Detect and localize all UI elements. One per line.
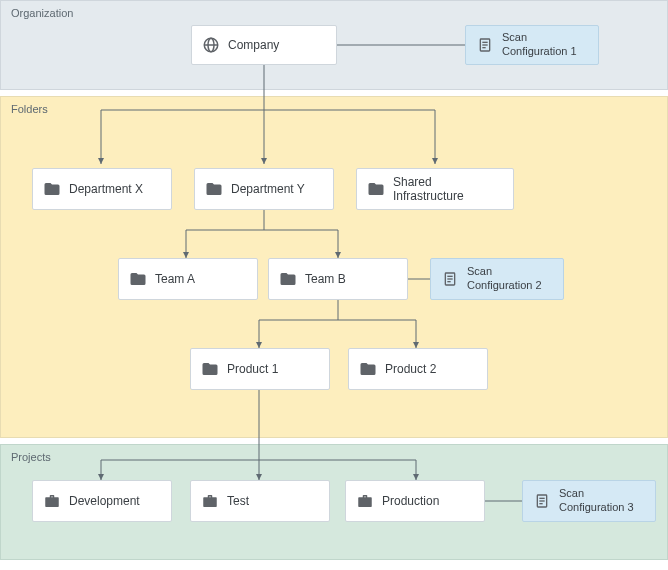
document-icon	[533, 492, 551, 510]
folder-product-1: Product 1	[190, 348, 330, 390]
organization-label: Organization	[11, 7, 73, 19]
team-a-label: Team A	[155, 272, 195, 286]
folder-icon	[129, 270, 147, 288]
document-icon	[441, 270, 459, 288]
company-label: Company	[228, 38, 279, 52]
briefcase-icon	[201, 492, 219, 510]
folder-team-a: Team A	[118, 258, 258, 300]
scan-config-3: Scan Configuration 3	[522, 480, 656, 522]
scan1-line1: Scan	[502, 31, 577, 45]
product-2-label: Product 2	[385, 362, 436, 376]
folders-label: Folders	[11, 103, 48, 115]
prod-label: Production	[382, 494, 439, 508]
scan3-line2: Configuration 3	[559, 501, 634, 515]
scan3-line1: Scan	[559, 487, 634, 501]
dept-y-label: Department Y	[231, 182, 305, 196]
scan2-line1: Scan	[467, 265, 542, 279]
scan-config-2: Scan Configuration 2	[430, 258, 564, 300]
folder-icon	[201, 360, 219, 378]
folder-icon	[359, 360, 377, 378]
team-b-label: Team B	[305, 272, 346, 286]
dept-x-label: Department X	[69, 182, 143, 196]
folder-product-2: Product 2	[348, 348, 488, 390]
project-production: Production	[345, 480, 485, 522]
dev-label: Development	[69, 494, 140, 508]
hierarchy-diagram: Organization Folders Projects	[0, 0, 668, 570]
product-1-label: Product 1	[227, 362, 278, 376]
shared-infra-label: Shared Infrastructure	[393, 175, 503, 203]
folder-dept-x: Department X	[32, 168, 172, 210]
folder-icon	[205, 180, 223, 198]
folder-icon	[367, 180, 385, 198]
folder-shared-infra: Shared Infrastructure	[356, 168, 514, 210]
scan2-line2: Configuration 2	[467, 279, 542, 293]
briefcase-icon	[43, 492, 61, 510]
folder-dept-y: Department Y	[194, 168, 334, 210]
scan1-line2: Configuration 1	[502, 45, 577, 59]
test-label: Test	[227, 494, 249, 508]
folder-team-b: Team B	[268, 258, 408, 300]
scan-config-1: Scan Configuration 1	[465, 25, 599, 65]
project-test: Test	[190, 480, 330, 522]
globe-icon	[202, 36, 220, 54]
projects-label: Projects	[11, 451, 51, 463]
folder-icon	[279, 270, 297, 288]
folder-icon	[43, 180, 61, 198]
document-icon	[476, 36, 494, 54]
project-development: Development	[32, 480, 172, 522]
org-company-node: Company	[191, 25, 337, 65]
briefcase-icon	[356, 492, 374, 510]
